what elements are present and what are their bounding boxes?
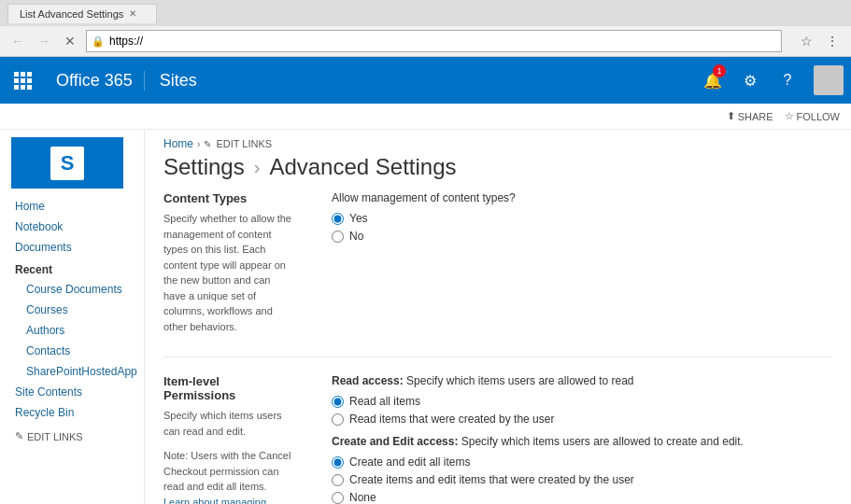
sidebar-item-home[interactable]: Home bbox=[0, 196, 144, 217]
office365-header: Office 365 Sites 🔔 1 ⚙ ? bbox=[0, 57, 851, 104]
page-title: Settings › Advanced Settings bbox=[163, 154, 832, 180]
content-types-desc: Specify whether to allow the management … bbox=[163, 211, 294, 334]
user-avatar[interactable] bbox=[814, 65, 844, 95]
allow-management-radio-group: Yes No bbox=[332, 212, 832, 243]
content-types-title: Content Types bbox=[163, 191, 294, 205]
allow-management-label: Allow management of content types? bbox=[332, 191, 832, 204]
read-all-radio[interactable] bbox=[332, 396, 344, 408]
none-option[interactable]: None bbox=[332, 491, 832, 504]
create-edit-desc: Specify which items users are allowed to… bbox=[461, 435, 744, 448]
read-access-radio-group: Read all items Read items that were crea… bbox=[332, 395, 832, 426]
read-created-option[interactable]: Read items that were created by the user bbox=[332, 413, 832, 426]
create-edit-radio-group: Create and edit all items Create items a… bbox=[332, 455, 832, 504]
sidebar-item-notebook[interactable]: Notebook bbox=[0, 217, 144, 237]
share-bar: ⬆ SHARE ☆ FOLLOW bbox=[0, 104, 851, 130]
follow-button[interactable]: ☆ FOLLOW bbox=[785, 110, 840, 122]
read-access-desc: Specify which items users are allowed to… bbox=[406, 374, 633, 387]
yes-radio-option[interactable]: Yes bbox=[332, 212, 832, 225]
header-right: 🔔 1 ⚙ ? bbox=[694, 57, 851, 104]
share-button[interactable]: ⬆ SHARE bbox=[727, 110, 773, 122]
sidebar-item-authors[interactable]: Authors bbox=[0, 320, 144, 341]
sidebar-recent-header: Recent bbox=[0, 258, 144, 279]
tab-close-button[interactable]: ✕ bbox=[129, 8, 136, 19]
sidebar-item-course-documents[interactable]: Course Documents bbox=[0, 279, 144, 300]
bookmark-button[interactable]: ☆ bbox=[795, 30, 817, 52]
sidebar-item-documents[interactable]: Documents bbox=[0, 237, 144, 258]
breadcrumb-separator: › bbox=[197, 139, 200, 149]
back-button[interactable]: ← bbox=[7, 31, 28, 51]
star-icon: ☆ bbox=[785, 110, 794, 122]
learn-more-link[interactable]: Learn about managing permission settings… bbox=[163, 497, 266, 505]
waffle-grid-icon bbox=[14, 72, 32, 90]
app-name: Sites bbox=[145, 71, 212, 91]
create-own-radio[interactable] bbox=[332, 474, 344, 486]
content-types-grid: Content Types Specify whether to allow t… bbox=[163, 191, 832, 343]
address-input[interactable] bbox=[86, 30, 782, 52]
content-types-section: Content Types Specify whether to allow t… bbox=[163, 191, 832, 357]
sidebar-item-sharepoint-app[interactable]: SharePointHostedApp bbox=[0, 361, 144, 382]
content-types-right: Allow management of content types? Yes N… bbox=[313, 191, 832, 343]
browser-chrome: List Advanced Settings ✕ ← → ✕ 🔒 ☆ ⋮ bbox=[0, 0, 851, 57]
gear-icon: ⚙ bbox=[744, 72, 757, 90]
forward-button[interactable]: → bbox=[34, 31, 54, 51]
settings-button[interactable]: ⚙ bbox=[731, 57, 769, 104]
yes-radio[interactable] bbox=[332, 213, 344, 225]
create-edit-bold: Create and Edit access: bbox=[332, 435, 458, 448]
sharepoint-logo-icon: S bbox=[50, 147, 84, 180]
item-permissions-left: Item-level Permissions Specify which ite… bbox=[163, 374, 313, 504]
notification-count: 1 bbox=[713, 64, 726, 77]
tab-title: List Advanced Settings bbox=[20, 8, 123, 20]
site-logo[interactable]: S bbox=[11, 137, 123, 189]
sidebar-nav: Home Notebook Documents Recent Course Do… bbox=[0, 196, 144, 423]
yes-label: Yes bbox=[349, 212, 368, 225]
help-button[interactable]: ? bbox=[769, 57, 806, 104]
notifications-button[interactable]: 🔔 1 bbox=[694, 57, 731, 104]
item-permissions-right: Read access: Specify which items users a… bbox=[313, 374, 832, 504]
content-types-left: Content Types Specify whether to allow t… bbox=[163, 191, 313, 343]
edit-icon: ✎ bbox=[204, 139, 211, 149]
no-radio-option[interactable]: No bbox=[332, 230, 832, 243]
app-launcher-button[interactable] bbox=[0, 57, 45, 104]
pencil-icon: ✎ bbox=[15, 430, 23, 442]
breadcrumb-edit-links[interactable]: ✎ EDIT LINKS bbox=[204, 138, 272, 149]
reload-button[interactable]: ✕ bbox=[60, 31, 80, 51]
none-radio[interactable] bbox=[332, 492, 344, 504]
none-label: None bbox=[349, 491, 376, 504]
browser-tab-active[interactable]: List Advanced Settings ✕ bbox=[7, 4, 157, 23]
sidebar-item-courses[interactable]: Courses bbox=[0, 300, 144, 320]
office365-title: Office 365 bbox=[45, 71, 145, 91]
main-layout: S Home Notebook Documents Recent Course … bbox=[0, 130, 851, 504]
read-access-label: Read access: Specify which items users a… bbox=[332, 374, 832, 387]
breadcrumb: Home › ✎ EDIT LINKS bbox=[163, 137, 832, 150]
item-permissions-title: Item-level Permissions bbox=[163, 374, 294, 402]
sidebar-item-contacts[interactable]: Contacts bbox=[0, 341, 144, 361]
read-all-label: Read all items bbox=[349, 395, 420, 408]
read-created-radio[interactable] bbox=[332, 413, 344, 426]
create-all-radio[interactable] bbox=[332, 456, 344, 469]
read-created-label: Read items that were created by the user bbox=[349, 413, 554, 426]
title-advanced-settings: Advanced Settings bbox=[269, 154, 456, 180]
title-arrow: › bbox=[254, 157, 261, 178]
content-area: Home › ✎ EDIT LINKS Settings › Advanced … bbox=[145, 130, 851, 504]
browser-tabs: List Advanced Settings ✕ bbox=[0, 0, 851, 26]
item-permissions-section: Item-level Permissions Specify which ite… bbox=[163, 374, 832, 504]
read-access-bold: Read access: bbox=[332, 374, 404, 387]
no-radio[interactable] bbox=[332, 231, 344, 243]
item-permissions-note: Note: Users with the Cancel Checkout per… bbox=[163, 448, 294, 504]
sidebar-item-recycle-bin[interactable]: Recycle Bin bbox=[0, 402, 144, 423]
more-button[interactable]: ⋮ bbox=[821, 30, 844, 52]
question-icon: ? bbox=[784, 72, 792, 89]
create-own-label: Create items and edit items that were cr… bbox=[349, 473, 634, 486]
create-all-label: Create and edit all items bbox=[349, 455, 470, 469]
sidebar-item-site-contents[interactable]: Site Contents bbox=[0, 382, 144, 402]
browser-address-bar: ← → ✕ 🔒 ☆ ⋮ bbox=[0, 26, 851, 56]
breadcrumb-home[interactable]: Home bbox=[163, 137, 193, 150]
create-own-option[interactable]: Create items and edit items that were cr… bbox=[332, 473, 832, 486]
address-bar-wrapper: 🔒 bbox=[86, 30, 782, 52]
read-all-option[interactable]: Read all items bbox=[332, 395, 832, 408]
share-icon: ⬆ bbox=[727, 110, 735, 122]
sidebar-edit-links[interactable]: ✎ EDIT LINKS bbox=[0, 423, 144, 450]
create-all-option[interactable]: Create and edit all items bbox=[332, 455, 832, 469]
no-label: No bbox=[349, 230, 363, 243]
browser-actions: ☆ ⋮ bbox=[795, 30, 844, 52]
